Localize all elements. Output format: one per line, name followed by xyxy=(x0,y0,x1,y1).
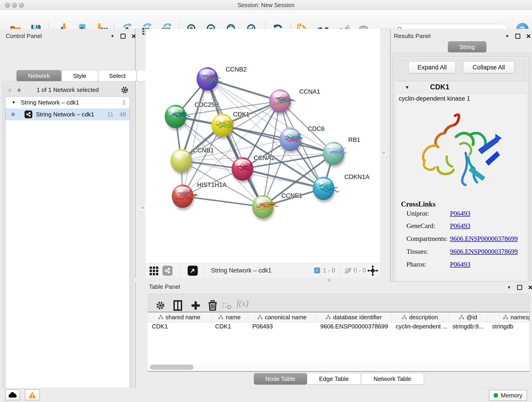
tree-network-label: String Network – cdk1 xyxy=(36,111,94,118)
graph-node-RB1[interactable]: RB1 xyxy=(323,136,360,167)
node-label: CDK1 xyxy=(233,111,249,118)
cloud-status-button[interactable] xyxy=(5,389,20,400)
crosslink-label: Uniprot: xyxy=(406,210,429,217)
column-header-database-identifier[interactable]: database identifier xyxy=(316,313,392,322)
tree-root-count: 1 xyxy=(122,99,126,106)
graph-node-CDK1[interactable]: CDK1 xyxy=(211,111,249,139)
shared-column-icon xyxy=(158,315,163,319)
table-settings-gear-icon[interactable] xyxy=(154,300,166,312)
column-header-shared-name[interactable]: shared name xyxy=(148,313,211,322)
column-header-name[interactable]: name xyxy=(211,313,248,322)
results-panel-title: Results Panel xyxy=(394,32,431,39)
crosslink-genecard[interactable]: P06493 xyxy=(450,222,470,230)
close-panel-icon[interactable]: × xyxy=(132,33,136,39)
warning-status-button[interactable] xyxy=(25,389,40,400)
hidden-counter: 0 - 0 xyxy=(354,267,366,274)
network-view-title: String Network – cdk1 xyxy=(211,267,272,274)
table-cell[interactable]: 9606.ENSP00000378699 xyxy=(316,323,392,330)
node-table[interactable]: shared namenamecanonical namedatabase id… xyxy=(148,312,529,372)
title-bar: Session: New Session xyxy=(0,0,532,10)
tree-network-row[interactable]: String Network – cdk1 11 48 xyxy=(5,108,130,120)
table-cell[interactable]: cyclin-dependent ... xyxy=(392,323,448,330)
selected-checkbox-icon[interactable]: ✓ xyxy=(314,268,320,274)
table-cell[interactable]: P06493 xyxy=(248,323,316,330)
section-collapse-icon[interactable]: ▼ xyxy=(405,85,409,90)
status-bar: Memory xyxy=(0,388,532,402)
close-panel-icon[interactable]: × xyxy=(528,284,532,290)
column-header-description[interactable]: description xyxy=(392,313,448,322)
column-header--id[interactable]: @id xyxy=(448,313,488,322)
network-tree: ▼ String Network – cdk1 1 String Network… xyxy=(5,96,130,402)
expand-all-button[interactable]: Expand All xyxy=(409,61,456,73)
function-builder-icon: f(x) xyxy=(236,298,249,308)
tab-edge-table[interactable]: Edge Table xyxy=(307,373,361,385)
add-column-icon[interactable] xyxy=(190,300,202,312)
cdk1-section: ▼ CDK1 cyclin-dependent kinase 1 xyxy=(394,81,529,282)
graph-node-HIST1H1A[interactable]: HIST1H1A xyxy=(172,182,227,210)
float-panel-icon[interactable] xyxy=(515,34,520,39)
shared-column-icon xyxy=(218,315,223,319)
crosslink-tissues[interactable]: 9606.ENSP00000378699 xyxy=(450,248,518,255)
close-panel-icon[interactable]: × xyxy=(526,33,531,39)
collapse-all-button[interactable]: Collapse All xyxy=(463,61,514,73)
tree-root-row[interactable]: ▼ String Network – cdk1 1 xyxy=(5,96,130,108)
right-splitter-handle[interactable] xyxy=(380,150,386,156)
graph-node-CCNA1[interactable]: CCNA1 xyxy=(269,88,320,115)
table-cell[interactable]: CDK1 xyxy=(148,323,211,330)
tab-node-table[interactable]: Node Table xyxy=(254,373,307,385)
network-options-gear-icon[interactable] xyxy=(120,85,130,95)
collapse-panel-icon[interactable]: ▼ xyxy=(505,34,509,38)
node-label: CCNA2 xyxy=(254,154,275,161)
memory-status-dot xyxy=(494,393,498,398)
graph-node-CCNA2[interactable]: CCNA2 xyxy=(232,154,275,183)
tab-string[interactable]: String xyxy=(448,41,486,53)
delete-table-icon xyxy=(222,300,232,312)
pan-crosshair-icon[interactable] xyxy=(367,265,378,276)
crosslink-pharos[interactable]: P06493 xyxy=(450,261,470,268)
float-panel-icon[interactable] xyxy=(517,285,522,290)
scrollbar-thumb[interactable] xyxy=(150,365,194,370)
crosslink-compartments[interactable]: 9606.ENSP00000378699 xyxy=(450,235,518,242)
grid-view-icon[interactable] xyxy=(149,266,159,276)
tab-select[interactable]: Select xyxy=(98,70,137,82)
tab-network[interactable]: Network xyxy=(17,70,61,82)
collapse-panel-icon[interactable]: ▼ xyxy=(110,34,114,38)
network-view-toolbar: String Network – cdk1 ✓ 1 - 0 0 - 0 xyxy=(146,263,380,278)
memory-button[interactable]: Memory xyxy=(489,390,527,401)
share-view-icon[interactable] xyxy=(162,266,172,276)
network-canvas[interactable]: CCNB2CCNA1CDC25BCDK1CDC6RB1CCNB1CCNA2CDK… xyxy=(146,29,380,263)
node-label: RB1 xyxy=(348,136,360,143)
table-cell[interactable]: stringdb:9... xyxy=(448,323,488,330)
float-panel-icon[interactable] xyxy=(120,34,126,39)
table-cell[interactable]: CDK1 xyxy=(211,323,248,330)
table-h-scrollbar[interactable] xyxy=(148,364,529,370)
graph-node-CDKN1A[interactable]: CDKN1A xyxy=(313,173,370,202)
tab-style[interactable]: Style xyxy=(61,70,98,82)
protein-structure-image xyxy=(417,109,506,196)
table-row[interactable]: CDK1CDK1P064939606.ENSP00000378699cyclin… xyxy=(148,322,529,331)
node-label: CDC6 xyxy=(308,125,325,132)
shared-column-icon xyxy=(402,315,407,319)
crosslink-uniprot[interactable]: P06493 xyxy=(450,210,470,217)
network-status-dot xyxy=(11,113,15,116)
show-columns-icon[interactable] xyxy=(172,300,184,312)
tab-network-table[interactable]: Network Table xyxy=(361,373,424,385)
birdseye-view-icon[interactable] xyxy=(188,266,198,276)
network-graph[interactable]: CCNB2CCNA1CDC25BCDK1CDC6RB1CCNB1CCNA2CDK… xyxy=(146,29,380,263)
node-label: CCNA1 xyxy=(299,88,320,95)
collapse-panel-icon[interactable]: ▼ xyxy=(507,285,511,289)
node-label: CCNB1 xyxy=(193,147,214,154)
control-panel-title: Control Panel xyxy=(6,32,42,39)
tree-edge-count: 48 xyxy=(119,111,126,118)
node-label: CDKN1A xyxy=(344,173,370,180)
delete-column-icon[interactable] xyxy=(207,300,219,312)
tree-expand-icon[interactable]: ▼ xyxy=(12,100,16,105)
hidden-eye-icon[interactable] xyxy=(344,267,352,274)
column-header-namespace[interactable]: namespace xyxy=(488,313,529,322)
table-cell[interactable]: stringdb xyxy=(488,323,529,330)
table-header-row: shared namenamecanonical namedatabase id… xyxy=(148,313,529,322)
window-title: Session: New Session xyxy=(0,2,532,8)
crosslink-label: Pharos: xyxy=(406,261,426,268)
column-header-canonical-name[interactable]: canonical name xyxy=(248,313,316,322)
left-splitter-handle[interactable] xyxy=(139,204,146,211)
